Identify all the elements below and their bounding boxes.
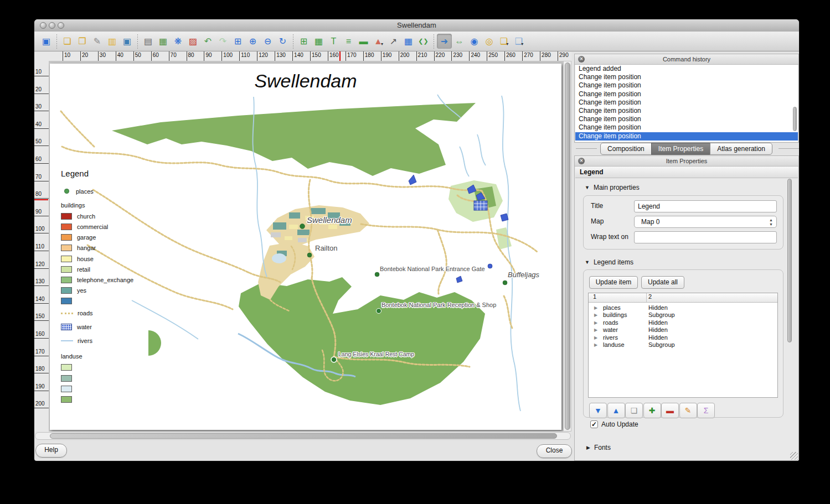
legend-table-row[interactable]: ▶waterHidden [589,326,777,334]
stepper-icon[interactable]: ▲▼ [769,218,773,227]
count-features-button[interactable]: Σ [697,403,715,418]
ruler-tick: 20 [80,51,88,61]
expander-icon[interactable]: ▶ [594,319,597,326]
edit-nodes-icon[interactable]: ◎ [482,34,497,49]
export-image-icon[interactable]: ▦ [156,34,171,49]
map-legend-row: house [61,253,177,264]
legend-swatch [61,287,72,294]
map-select[interactable]: Map 0 ▲▼ [634,216,777,228]
legend-table-row[interactable]: ▶landuseSubgroup [589,341,777,349]
close-window-icon[interactable] [40,22,47,29]
zoom-in-icon[interactable]: ⊕ [245,34,260,49]
command-history-item[interactable]: Change item position [575,81,798,90]
redo-icon[interactable]: ↷ [215,34,230,49]
wrap-text-input[interactable] [634,231,777,243]
print-icon[interactable]: ▤ [141,34,156,49]
expander-icon[interactable]: ▶ [594,304,597,311]
align-items-icon[interactable]: ❑▾ [512,34,527,49]
command-history-item[interactable]: Change item position [575,107,798,115]
zoom-out-icon[interactable]: ⊖ [260,34,275,49]
expander-icon[interactable]: ▶ [594,341,597,349]
add-arrow-icon[interactable]: ↗ [386,34,401,49]
save-as-template-icon[interactable]: ▣ [120,34,135,49]
vertical-scrollbar[interactable] [563,61,571,432]
remove-item-button[interactable]: ▬ [661,403,679,418]
move-up-button[interactable]: ▲ [607,403,625,418]
fonts-section[interactable]: ▶ Fonts [586,444,611,451]
select-move-item-icon[interactable]: ➜ [437,34,452,49]
panel-scrollbar-thumb[interactable] [787,179,792,342]
zoom-full-icon[interactable]: ⊞ [230,34,245,49]
tab-atlas-generation[interactable]: Atlas generation [710,143,772,155]
open-folder-icon[interactable]: ▥ [105,34,120,49]
expander-icon[interactable]: ▶ [594,326,597,334]
title-input[interactable]: Legend [634,200,777,212]
legend-swatch [61,245,72,251]
add-label-icon[interactable]: T [326,34,341,49]
composition-paper[interactable]: Swellendam SwellendamRailtonBontebok Nat… [50,64,561,430]
undo-icon[interactable]: ↶ [200,34,215,49]
legend-item[interactable]: Legend placesbuildingschurchcommercialga… [61,169,177,405]
resize-grip[interactable] [790,452,798,460]
move-down-button[interactable]: ▼ [589,403,607,418]
update-item-button[interactable]: Update item [589,276,638,289]
horizontal-scrollbar[interactable] [35,432,571,440]
legend-items-section[interactable]: ▼ Legend items [585,258,633,266]
raise-items-icon[interactable]: ❏▾ [497,34,512,49]
add-item-button[interactable]: ✚ [643,403,661,418]
add-attribute-table-icon[interactable]: ▦ [401,34,416,49]
add-scalebar-icon[interactable]: ▬ [356,34,371,49]
move-item-content-icon[interactable]: ⇔ [452,34,467,49]
zoom-window-icon[interactable] [58,22,64,29]
add-image-icon[interactable]: ▦ [311,34,326,49]
map-canvas[interactable]: Swellendam SwellendamRailtonBontebok Nat… [49,61,563,432]
refresh-view-icon[interactable]: ↻ [275,34,290,49]
legend-table-row[interactable]: ▶placesHidden [589,304,777,311]
command-history-item[interactable]: Change item position [575,98,798,107]
command-history-item[interactable]: Change item position [575,123,798,132]
title-bar[interactable]: Swellendam [34,19,799,32]
add-html-icon[interactable]: ❮❯ [416,34,431,49]
expander-icon[interactable]: ▶ [594,334,597,341]
edit-item-button[interactable]: ✎ [679,403,697,418]
new-composition-icon[interactable]: ❏ [60,34,75,49]
export-pdf-icon[interactable]: ▨ [185,34,200,49]
legend-table-row[interactable]: ▶roadsHidden [589,319,777,326]
tab-item-properties[interactable]: Item Properties [651,143,710,155]
update-all-button[interactable]: Update all [641,276,684,289]
expander-icon[interactable]: ▶ [594,311,597,319]
close-button[interactable]: Close [537,444,572,458]
save-project-icon[interactable]: ▣ [39,34,54,49]
horizontal-scrollbar-thumb[interactable] [50,433,557,439]
help-button[interactable]: Help [35,444,67,458]
command-history-item[interactable]: Change item position [575,90,798,98]
ruler-tick: 90 [34,208,49,216]
add-map-icon[interactable]: ⊞ [296,34,311,49]
export-svg-icon[interactable]: ❋ [171,34,185,49]
command-history-item[interactable]: Change item position [575,115,798,123]
legend-table-row[interactable]: ▶riversHidden [589,334,777,341]
duplicate-composition-icon[interactable]: ❐ [75,34,90,49]
map-legend-row: buildings [61,196,177,211]
minimize-window-icon[interactable] [49,22,55,29]
command-history-item[interactable]: Change item position [575,73,798,81]
legend-items-table[interactable]: 1 2 ▶placesHidden▶buildingsSubgroup▶road… [588,293,778,398]
copy-item-button[interactable]: ❏ [625,403,643,418]
map-title-item[interactable]: Swellendam [50,70,561,92]
legend-table-row[interactable]: ▶buildingsSubgroup [589,311,777,319]
close-panel-icon[interactable]: ✕ [578,56,585,63]
auto-update-checkbox[interactable]: ✓ [590,420,598,428]
composition-manager-icon[interactable]: ✎ [90,34,105,49]
command-history-item[interactable]: Change item position [575,132,798,141]
close-panel-icon[interactable]: ✕ [578,158,585,164]
map-place-label: Lang Elsies Kraal Rest Camp [338,351,414,357]
select-items-icon[interactable]: ◉ [467,34,482,49]
add-shape-icon[interactable]: ▲▾ [371,34,386,49]
add-legend-icon[interactable]: ≡ [341,34,356,49]
vertical-scrollbar-thumb[interactable] [565,63,570,430]
ruler-tick: 60 [34,155,49,164]
command-history-item[interactable]: Legend added [575,65,798,73]
main-properties-section[interactable]: ▼ Main properties [585,184,640,191]
tab-composition[interactable]: Composition [600,143,652,155]
command-history-scrollbar-thumb[interactable] [793,107,797,131]
